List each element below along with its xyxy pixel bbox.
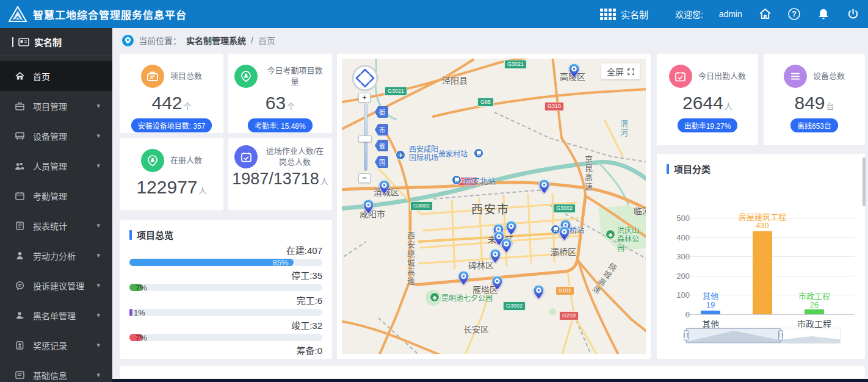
datazoom-left-handle[interactable]: [684, 330, 689, 341]
fullscreen-label: 全屏: [607, 65, 624, 77]
road-badge: G3021: [385, 87, 407, 96]
breadcrumb-root[interactable]: 实名制管理系统: [186, 34, 246, 46]
sidebar-item-attendance[interactable]: 考勤管理: [0, 181, 112, 211]
medal-icon: [15, 341, 24, 350]
map-region-label: 灞桥区: [551, 245, 576, 258]
map-marker-pin[interactable]: [491, 275, 503, 290]
bar-other[interactable]: [701, 311, 720, 314]
bar-label-name: 市政工程: [778, 292, 851, 301]
progress-fill: [129, 259, 294, 266]
map-marker-pin[interactable]: [559, 226, 570, 241]
map-poi-label: 萧家村站: [438, 150, 468, 159]
calendar-check-icon: [234, 145, 258, 168]
stat-card-today-attendance: 今日出勤人数 2644人 出勤率19.27%: [657, 54, 758, 145]
app-title: 智慧工地综合管理服务信息平台: [33, 7, 187, 22]
sidebar-menu: 首页 项目管理 ▾ 设备管理 ▾ 人员管理 ▾ 考勤管理: [0, 56, 112, 382]
map-marker-pin[interactable]: [505, 220, 517, 236]
map-zoom-slider-handle[interactable]: [358, 135, 372, 142]
sidebar-item-labor-analysis[interactable]: 劳动力分析 ▾: [0, 240, 112, 270]
datazoom-slider[interactable]: [685, 328, 841, 344]
notifications-bell-icon[interactable]: [817, 7, 830, 21]
overview-row-label: 筹备:0: [129, 345, 322, 357]
sidebar-item-personnel[interactable]: 人员管理 ▾: [0, 151, 112, 181]
progress-percent: 1%: [134, 308, 145, 317]
person-pin-icon: [141, 149, 164, 172]
stat-card-registered: 在册人数 122977人: [120, 138, 223, 210]
project-classify-panel: 项目分类 500 400 300 200 100 0 其他 19 房屋建筑工程 …: [657, 154, 865, 359]
chevron-down-icon: ▾: [96, 371, 100, 379]
sidebar-item-home[interactable]: 首页: [0, 61, 112, 91]
sidebar-item-blacklist[interactable]: 黑名单管理 ▾: [0, 300, 112, 330]
chevron-down-icon: ▾: [96, 311, 100, 319]
sidebar-brand-label: 实名制: [34, 35, 62, 48]
people-icon: [15, 161, 24, 171]
bar-housing[interactable]: [753, 231, 772, 314]
stat-badge: 离线653台: [790, 118, 838, 132]
progress-percent: 0%: [134, 358, 145, 359]
person-icon: [15, 251, 24, 261]
map[interactable]: 泾阳县 高陵区 渭城区 咸阳市 西安市 未央区 碑林区 灞桥区 雁塔区 长安区 …: [342, 59, 646, 354]
sidebar-item-label: 黑名单管理: [33, 309, 76, 322]
chevron-down-icon: ▾: [96, 102, 100, 110]
metro-station-icon: [452, 175, 461, 185]
road-badge: G3002: [553, 204, 576, 213]
overview-row: 完工:6 1%: [129, 295, 322, 316]
map-marker-pin[interactable]: [490, 248, 501, 264]
map-marker-pin[interactable]: [458, 270, 469, 286]
map-marker-pin[interactable]: [568, 63, 580, 78]
overview-row: 竣工:32 7%: [129, 320, 322, 341]
sidebar-item-devices[interactable]: 设备管理 ▾: [0, 121, 112, 151]
sidebar-item-basic-info[interactable]: 基础信息 ▾: [0, 360, 112, 382]
map-marker-pin[interactable]: [533, 284, 544, 300]
sidebar-item-reports[interactable]: 报表统计 ▾: [0, 211, 112, 240]
sidebar-item-label: 报表统计: [33, 220, 67, 232]
overview-row-label: 在建:407: [129, 245, 322, 257]
sidebar-brand: 实名制: [0, 28, 112, 56]
breadcrumb-separator: /: [251, 35, 253, 45]
map-zoom-out-button[interactable]: −: [358, 173, 371, 183]
help-icon[interactable]: ?: [787, 7, 801, 21]
info-card-icon: [15, 370, 24, 380]
sidebar-item-complaints[interactable]: 投诉建议管理 ▾: [0, 270, 112, 300]
id-card-icon: [18, 38, 29, 46]
vertical-scrollbar[interactable]: [863, 157, 866, 206]
app-switcher[interactable]: 实名制: [600, 8, 648, 21]
sidebar-item-label: 劳动力分析: [33, 250, 76, 262]
datazoom-right-handle[interactable]: [778, 330, 783, 341]
bar-label-value: 430: [726, 222, 799, 230]
sidebar-item-label: 投诉建议管理: [33, 279, 84, 292]
map-marker-pin[interactable]: [363, 199, 374, 214]
bottom-panel-edge: [120, 366, 865, 378]
road-badge: G210: [559, 311, 579, 320]
chevron-down-icon: ▾: [96, 222, 100, 229]
map-marker-pin[interactable]: [501, 238, 512, 253]
map-zoom-in-button[interactable]: +: [358, 93, 371, 103]
map-region-label: 泾阳县: [442, 74, 468, 86]
stat-card-attendance-projects: 今日考勤项目数量 63个 考勤率: 15.48%: [228, 54, 332, 133]
park-icon: ♣: [430, 292, 439, 302]
map-fullscreen-button[interactable]: 全屏: [601, 63, 640, 79]
sidebar-item-rewards[interactable]: 奖惩记录 ▾: [0, 330, 112, 360]
map-marker-pin[interactable]: [378, 179, 390, 195]
map-pan-control[interactable]: [351, 64, 379, 95]
bar-municipal[interactable]: [805, 309, 824, 314]
stat-title: 今日考勤项目数量: [264, 65, 326, 87]
map-region-label: 西安市: [471, 200, 510, 217]
road-badge: G310: [544, 102, 564, 111]
title-accent-bar: [667, 164, 669, 174]
sidebar-item-projects[interactable]: 项目管理 ▾: [0, 91, 112, 121]
overview-row: 筹备:0 0%: [129, 345, 322, 359]
map-region-label: 临潼区: [634, 204, 646, 217]
datazoom-selected-range[interactable]: [686, 328, 781, 343]
overview-row-label: 停工:35: [129, 270, 322, 282]
progress-percent: 7%: [136, 333, 147, 342]
map-marker-pin[interactable]: [538, 179, 550, 194]
welcome-text: 欢迎您:: [675, 8, 703, 20]
road-badge: G3002: [503, 301, 526, 311]
sidebar-item-label: 考勤管理: [33, 190, 67, 202]
progress-track: 1%: [129, 309, 322, 316]
project-overview-panel: 项目总览 在建:407 85% 停工:35 7% 完工:6 1% 竣工:32 7…: [120, 220, 332, 359]
home-icon[interactable]: [758, 7, 772, 21]
x-axis-line: [685, 314, 855, 315]
logout-power-icon[interactable]: [846, 7, 859, 21]
